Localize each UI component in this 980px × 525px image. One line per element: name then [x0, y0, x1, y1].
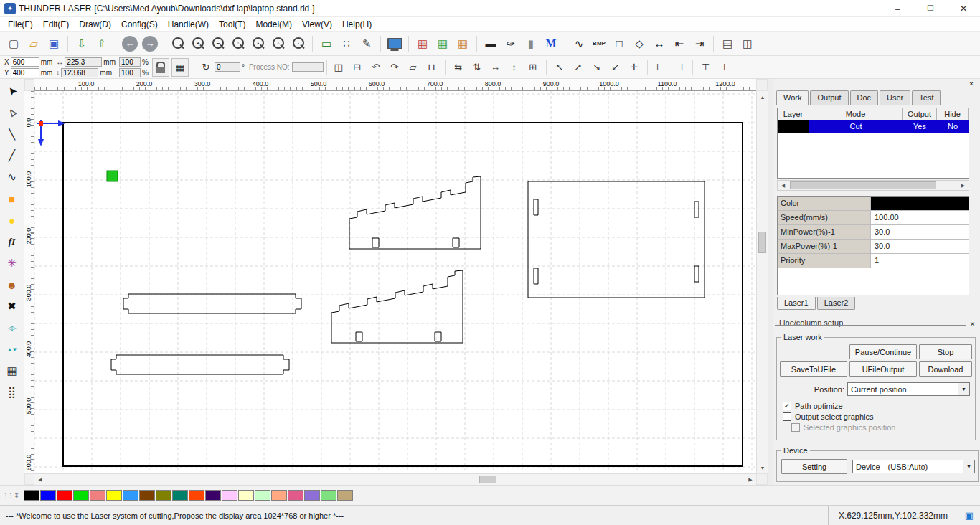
side-panel-top[interactable]	[349, 176, 481, 249]
palette-color-17[interactable]	[304, 490, 320, 501]
zoom-selection-icon[interactable]: ◦	[269, 34, 288, 53]
layer-mode-cell[interactable]: Cut	[809, 120, 903, 133]
scale-y-input[interactable]	[119, 68, 141, 77]
same-height-icon[interactable]: ↕	[506, 59, 523, 76]
position-select[interactable]: Current position ▼	[847, 382, 970, 396]
y-position-input[interactable]	[11, 68, 39, 77]
align-left-icon[interactable]: ⊢	[652, 59, 669, 76]
node-dots-icon[interactable]: ∷	[337, 34, 356, 53]
palette-color-16[interactable]	[288, 490, 303, 501]
distribute-vertical-icon[interactable]: ⇅	[468, 59, 486, 76]
zoom-out-icon[interactable]: −	[209, 34, 227, 53]
property-value[interactable]: 30.0	[871, 225, 969, 239]
menu-item-help[interactable]: Help(H)	[337, 18, 377, 31]
close-button[interactable]: ✕	[947, 0, 980, 17]
base-panel-slot-1[interactable]	[534, 199, 538, 215]
dropdown-arrow-icon[interactable]: ▼	[963, 460, 974, 473]
layer-row[interactable]: CutYesNo	[778, 120, 969, 133]
side-panel-top-slot-left[interactable]	[372, 238, 379, 247]
tab-doc[interactable]: Doc	[850, 90, 879, 105]
checkbox-path-optimize[interactable]: ✓Path optimize	[783, 402, 975, 410]
array-output-icon[interactable]: ▦	[413, 34, 432, 53]
tab-laser2[interactable]: Laser2	[817, 297, 856, 310]
palette-color-10[interactable]	[189, 490, 204, 501]
palette-color-4[interactable]	[90, 490, 105, 501]
undo-icon[interactable]: ←	[122, 36, 138, 52]
vertical-scroll-track[interactable]	[757, 103, 768, 462]
menu-item-view[interactable]: View(V)	[297, 18, 337, 31]
save-file-icon[interactable]: ▣	[44, 34, 63, 53]
bezier-tool[interactable]: ∿	[3, 168, 22, 186]
offset-tool[interactable]: ☻	[3, 275, 22, 294]
stop-button[interactable]: Stop	[919, 344, 972, 359]
import-icon[interactable]: ⇩	[72, 34, 91, 53]
curve-smooth-icon[interactable]: ∿	[570, 34, 588, 53]
rotate-input[interactable]	[215, 62, 240, 72]
horizontal-scrollbar[interactable]: ◀ ▶	[34, 473, 756, 485]
array-tool[interactable]: ⣿	[3, 383, 22, 402]
delete-tool[interactable]: ✖	[3, 297, 22, 316]
table-scroll-right-button[interactable]: ▶	[958, 181, 969, 190]
node-edit-tool[interactable]: ⊳	[0, 100, 25, 126]
shelf-bar-bottom[interactable]	[111, 355, 289, 374]
laser-head-tool[interactable]: ▦	[3, 361, 22, 380]
checkbox-selected-graphics-position[interactable]: Selected graphics position	[791, 423, 975, 432]
layer-color-value[interactable]	[871, 197, 969, 210]
pick-color-icon[interactable]: ✑	[501, 34, 520, 53]
base-panel-slot-3[interactable]	[694, 202, 699, 217]
base-panel-slot-4[interactable]	[694, 266, 699, 282]
layer-table-scrollbar[interactable]: ◀ ▶	[777, 180, 969, 191]
palette-color-9[interactable]	[172, 490, 188, 501]
palette-color-3[interactable]	[73, 490, 89, 501]
distribute-horizontal-icon[interactable]: ⇆	[450, 59, 467, 76]
ufile-output-button[interactable]: UFileOutput	[849, 361, 917, 377]
palette-scroll-icon[interactable]: ⇕	[14, 491, 19, 499]
array-virtual-icon[interactable]: ▦	[453, 34, 472, 53]
head-to-center-icon[interactable]: ✛	[626, 59, 643, 76]
tab-laser1[interactable]: Laser1	[777, 297, 816, 310]
head-to-bottom-left-icon[interactable]: ↙	[607, 59, 624, 76]
node-edit-icon[interactable]: ◇	[630, 34, 649, 53]
scroll-up-button[interactable]: ▲	[757, 91, 768, 103]
dim-left-icon[interactable]: ⇤	[670, 34, 689, 53]
minimize-button[interactable]: –	[881, 0, 914, 17]
material-library-icon[interactable]: M	[542, 34, 560, 53]
preview-monitor-icon[interactable]	[385, 34, 404, 53]
property-value[interactable]: 30.0	[871, 240, 969, 253]
palette-color-8[interactable]	[156, 490, 171, 501]
tab-user[interactable]: User	[880, 90, 910, 105]
save-to-ufile-button[interactable]: SaveToUFile	[780, 361, 847, 377]
skew-icon[interactable]: ▱	[405, 59, 422, 76]
panel-layout-icon[interactable]: ◫	[738, 34, 757, 53]
head-to-top-left-icon[interactable]: ↖	[551, 59, 568, 76]
side-panel-bottom-slot-right[interactable]	[435, 332, 441, 341]
lock-aspect-ratio-button[interactable]	[152, 58, 169, 77]
palette-color-6[interactable]	[123, 490, 138, 501]
rotate-right-icon[interactable]: ↷	[386, 59, 403, 76]
download-button[interactable]: Download	[919, 361, 972, 377]
dropdown-arrow-icon[interactable]: ▼	[958, 383, 969, 395]
shelf-bar-top[interactable]	[123, 294, 301, 313]
dimension-icon[interactable]: ↔	[650, 34, 669, 53]
align-right-icon[interactable]: ⊣	[671, 59, 688, 76]
same-width-icon[interactable]: ↔	[487, 59, 504, 76]
zoom-page-icon[interactable]: ▫	[229, 34, 248, 53]
menu-item-file[interactable]: File(F)	[3, 18, 38, 31]
pause-continue-button[interactable]: Pause/Continue	[849, 344, 917, 359]
palette-color-18[interactable]	[321, 490, 336, 501]
vertical-scroll-thumb[interactable]	[758, 232, 766, 253]
panel-splitter[interactable]	[768, 79, 773, 485]
weld-icon[interactable]: ⊔	[423, 59, 440, 76]
menu-item-edit[interactable]: Edit(E)	[38, 18, 75, 31]
scroll-left-button[interactable]: ◀	[34, 474, 46, 486]
align-top-icon[interactable]: ⊤	[697, 59, 715, 76]
head-to-top-right-icon[interactable]: ↗	[570, 59, 587, 76]
dim-right-icon[interactable]: ⇥	[690, 34, 709, 53]
property-value[interactable]: 1	[871, 254, 969, 268]
zoom-window-icon[interactable]	[169, 34, 187, 53]
align-bottom-icon[interactable]: ⊥	[716, 59, 733, 76]
menu-item-draw[interactable]: Draw(D)	[74, 18, 116, 31]
palette-color-1[interactable]	[40, 490, 56, 501]
selected-object-handle[interactable]	[107, 171, 118, 181]
panel-close-icon[interactable]: ✕	[966, 80, 976, 90]
